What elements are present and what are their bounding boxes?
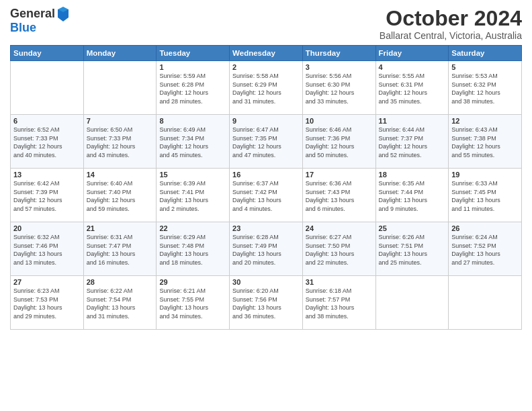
calendar-cell: 30Sunrise: 6:20 AM Sunset: 7:56 PM Dayli…	[230, 276, 303, 330]
calendar-cell: 14Sunrise: 6:40 AM Sunset: 7:40 PM Dayli…	[83, 169, 157, 222]
day-number: 28	[87, 278, 154, 286]
calendar-cell: 8Sunrise: 6:49 AM Sunset: 7:34 PM Daylig…	[157, 115, 230, 169]
day-detail: Sunrise: 6:27 AM Sunset: 7:50 PM Dayligh…	[306, 233, 373, 267]
day-number: 4	[379, 63, 446, 71]
calendar-cell: 23Sunrise: 6:28 AM Sunset: 7:49 PM Dayli…	[230, 222, 303, 276]
weekday-thursday: Thursday	[302, 46, 375, 61]
day-detail: Sunrise: 6:23 AM Sunset: 7:53 PM Dayligh…	[13, 287, 81, 320]
calendar-cell: 31Sunrise: 6:18 AM Sunset: 7:57 PM Dayli…	[302, 276, 375, 330]
calendar-cell	[375, 276, 449, 330]
calendar-cell: 21Sunrise: 6:31 AM Sunset: 7:47 PM Dayli…	[83, 222, 157, 276]
day-detail: Sunrise: 6:42 AM Sunset: 7:39 PM Dayligh…	[13, 179, 81, 213]
page: General Blue October 2024 Ballarat Centr…	[0, 0, 532, 411]
day-detail: Sunrise: 6:37 AM Sunset: 7:42 PM Dayligh…	[232, 179, 300, 213]
calendar-cell: 28Sunrise: 6:22 AM Sunset: 7:54 PM Dayli…	[83, 276, 157, 330]
day-detail: Sunrise: 6:40 AM Sunset: 7:40 PM Dayligh…	[87, 179, 154, 213]
calendar-body: 1Sunrise: 5:59 AM Sunset: 6:28 PM Daylig…	[11, 61, 522, 330]
day-detail: Sunrise: 5:53 AM Sunset: 6:32 PM Dayligh…	[451, 72, 519, 105]
logo: General Blue	[10, 7, 70, 35]
day-number: 25	[379, 224, 446, 232]
calendar-cell: 19Sunrise: 6:33 AM Sunset: 7:45 PM Dayli…	[449, 169, 522, 222]
day-number: 24	[306, 224, 373, 232]
day-number: 1	[159, 63, 226, 71]
month-title: October 2024	[380, 7, 522, 30]
day-detail: Sunrise: 6:32 AM Sunset: 7:46 PM Dayligh…	[13, 233, 81, 267]
logo-blue: Blue	[10, 21, 70, 35]
day-number: 6	[13, 117, 81, 125]
week-row-1: 1Sunrise: 5:59 AM Sunset: 6:28 PM Daylig…	[11, 61, 522, 115]
weekday-wednesday: Wednesday	[230, 46, 303, 61]
calendar-cell	[449, 276, 522, 330]
calendar-cell: 7Sunrise: 6:50 AM Sunset: 7:33 PM Daylig…	[83, 115, 157, 169]
day-number: 11	[379, 117, 446, 125]
day-number: 17	[306, 171, 373, 179]
calendar-cell: 3Sunrise: 5:56 AM Sunset: 6:30 PM Daylig…	[302, 61, 375, 115]
week-row-2: 6Sunrise: 6:52 AM Sunset: 7:33 PM Daylig…	[11, 115, 522, 169]
day-detail: Sunrise: 6:21 AM Sunset: 7:55 PM Dayligh…	[159, 287, 226, 320]
calendar-cell: 16Sunrise: 6:37 AM Sunset: 7:42 PM Dayli…	[230, 169, 303, 222]
day-number: 9	[232, 117, 300, 125]
day-number: 21	[87, 224, 154, 232]
day-number: 26	[451, 224, 519, 232]
day-detail: Sunrise: 6:26 AM Sunset: 7:51 PM Dayligh…	[379, 233, 446, 267]
calendar-cell: 12Sunrise: 6:43 AM Sunset: 7:38 PM Dayli…	[449, 115, 522, 169]
day-number: 29	[159, 278, 226, 286]
calendar-cell: 29Sunrise: 6:21 AM Sunset: 7:55 PM Dayli…	[157, 276, 230, 330]
title-block: October 2024 Ballarat Central, Victoria,…	[380, 7, 522, 41]
day-number: 5	[451, 63, 519, 71]
day-detail: Sunrise: 5:55 AM Sunset: 6:31 PM Dayligh…	[379, 72, 446, 105]
calendar-cell: 15Sunrise: 6:39 AM Sunset: 7:41 PM Dayli…	[157, 169, 230, 222]
day-detail: Sunrise: 6:52 AM Sunset: 7:33 PM Dayligh…	[13, 126, 81, 159]
week-row-3: 13Sunrise: 6:42 AM Sunset: 7:39 PM Dayli…	[11, 169, 522, 222]
calendar-cell: 20Sunrise: 6:32 AM Sunset: 7:46 PM Dayli…	[11, 222, 84, 276]
calendar-cell: 13Sunrise: 6:42 AM Sunset: 7:39 PM Dayli…	[11, 169, 84, 222]
day-number: 30	[232, 278, 300, 286]
calendar-cell: 10Sunrise: 6:46 AM Sunset: 7:36 PM Dayli…	[302, 115, 375, 169]
day-detail: Sunrise: 6:18 AM Sunset: 7:57 PM Dayligh…	[306, 287, 373, 320]
weekday-saturday: Saturday	[449, 46, 522, 61]
weekday-friday: Friday	[375, 46, 449, 61]
week-row-5: 27Sunrise: 6:23 AM Sunset: 7:53 PM Dayli…	[11, 276, 522, 330]
calendar-cell: 9Sunrise: 6:47 AM Sunset: 7:35 PM Daylig…	[230, 115, 303, 169]
day-detail: Sunrise: 6:49 AM Sunset: 7:34 PM Dayligh…	[159, 126, 226, 159]
day-number: 19	[451, 171, 519, 179]
day-number: 31	[306, 278, 373, 286]
calendar-cell: 22Sunrise: 6:29 AM Sunset: 7:48 PM Dayli…	[157, 222, 230, 276]
location-subtitle: Ballarat Central, Victoria, Australia	[380, 30, 522, 41]
day-detail: Sunrise: 6:44 AM Sunset: 7:37 PM Dayligh…	[379, 126, 446, 159]
calendar-table: SundayMondayTuesdayWednesdayThursdayFrid…	[10, 45, 522, 330]
day-number: 2	[232, 63, 300, 71]
day-detail: Sunrise: 6:39 AM Sunset: 7:41 PM Dayligh…	[159, 179, 226, 213]
day-detail: Sunrise: 6:29 AM Sunset: 7:48 PM Dayligh…	[159, 233, 226, 267]
calendar-cell: 27Sunrise: 6:23 AM Sunset: 7:53 PM Dayli…	[11, 276, 84, 330]
calendar-cell: 24Sunrise: 6:27 AM Sunset: 7:50 PM Dayli…	[302, 222, 375, 276]
calendar-cell: 18Sunrise: 6:35 AM Sunset: 7:44 PM Dayli…	[375, 169, 449, 222]
calendar-cell: 26Sunrise: 6:24 AM Sunset: 7:52 PM Dayli…	[449, 222, 522, 276]
calendar-cell: 4Sunrise: 5:55 AM Sunset: 6:31 PM Daylig…	[375, 61, 449, 115]
day-detail: Sunrise: 6:22 AM Sunset: 7:54 PM Dayligh…	[87, 287, 154, 320]
calendar-cell: 6Sunrise: 6:52 AM Sunset: 7:33 PM Daylig…	[11, 115, 84, 169]
day-detail: Sunrise: 5:59 AM Sunset: 6:28 PM Dayligh…	[159, 72, 226, 105]
day-detail: Sunrise: 6:50 AM Sunset: 7:33 PM Dayligh…	[87, 126, 154, 159]
calendar-cell	[11, 61, 84, 115]
day-number: 10	[306, 117, 373, 125]
day-detail: Sunrise: 6:35 AM Sunset: 7:44 PM Dayligh…	[379, 179, 446, 213]
day-number: 3	[306, 63, 373, 71]
logo-icon	[56, 7, 70, 21]
day-number: 8	[159, 117, 226, 125]
header: General Blue October 2024 Ballarat Centr…	[10, 7, 522, 41]
day-detail: Sunrise: 6:28 AM Sunset: 7:49 PM Dayligh…	[232, 233, 300, 267]
calendar-cell: 11Sunrise: 6:44 AM Sunset: 7:37 PM Dayli…	[375, 115, 449, 169]
day-detail: Sunrise: 6:20 AM Sunset: 7:56 PM Dayligh…	[232, 287, 300, 320]
weekday-tuesday: Tuesday	[157, 46, 230, 61]
day-number: 16	[232, 171, 300, 179]
day-number: 20	[13, 224, 81, 232]
day-number: 18	[379, 171, 446, 179]
calendar-cell	[83, 61, 157, 115]
calendar-cell: 17Sunrise: 6:36 AM Sunset: 7:43 PM Dayli…	[302, 169, 375, 222]
calendar-cell: 5Sunrise: 5:53 AM Sunset: 6:32 PM Daylig…	[449, 61, 522, 115]
day-number: 7	[87, 117, 154, 125]
week-row-4: 20Sunrise: 6:32 AM Sunset: 7:46 PM Dayli…	[11, 222, 522, 276]
day-detail: Sunrise: 6:31 AM Sunset: 7:47 PM Dayligh…	[87, 233, 154, 267]
day-number: 23	[232, 224, 300, 232]
